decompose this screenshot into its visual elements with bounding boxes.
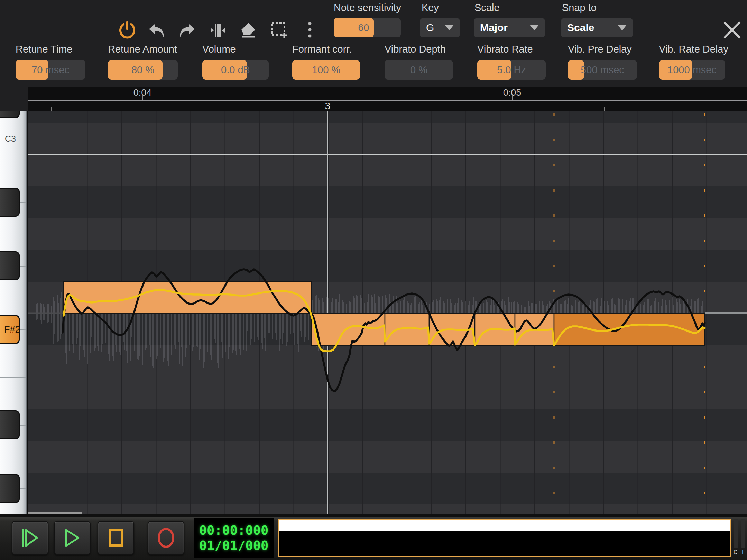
note-sensitivity-label: Note sensitivity bbox=[334, 2, 401, 13]
power-button[interactable] bbox=[118, 20, 137, 39]
record-icon bbox=[156, 527, 176, 549]
piano-key-Fs2[interactable]: F#2 bbox=[0, 315, 20, 344]
pitch-row-Cs2 bbox=[28, 473, 747, 504]
chevron-down-icon bbox=[445, 25, 454, 30]
pitch-row-F2 bbox=[28, 345, 747, 377]
song-overview[interactable] bbox=[278, 519, 731, 557]
record-button[interactable] bbox=[148, 521, 184, 555]
vibrato-rate-value: 5.0 Hz bbox=[477, 60, 546, 80]
white-key-separator bbox=[0, 155, 27, 155]
snap-dropdown[interactable]: Scale bbox=[561, 18, 633, 37]
bars-ruler[interactable]: 3 bbox=[28, 101, 747, 111]
snap-label: Snap to bbox=[562, 2, 597, 13]
retune-amount-value: 80 % bbox=[108, 60, 178, 80]
piano-key-As2[interactable] bbox=[0, 188, 20, 217]
pitch-row-A2 bbox=[28, 218, 747, 250]
scroll-corner-bar bbox=[734, 519, 738, 548]
snap-value: Scale bbox=[567, 22, 613, 34]
param-label: Retune Time bbox=[16, 44, 72, 55]
eraser-icon bbox=[239, 22, 257, 39]
split-note-button[interactable] bbox=[208, 21, 228, 40]
vibrato-depth-slider[interactable]: 0 % bbox=[385, 60, 453, 80]
corner-label: C I bbox=[734, 549, 745, 556]
piano-key-Cs2[interactable] bbox=[0, 474, 20, 503]
stop-icon bbox=[108, 528, 124, 548]
eraser-button[interactable] bbox=[239, 21, 258, 40]
piano-key-Cs3[interactable] bbox=[0, 111, 20, 118]
param-label: Vibrato Depth bbox=[385, 44, 446, 55]
param-formant-corr: Formant corr. 100 % bbox=[292, 44, 352, 55]
play-from-start-button[interactable] bbox=[12, 521, 48, 555]
key-note-label: C3 bbox=[5, 123, 16, 155]
retune-time-value: 70 msec bbox=[16, 60, 85, 80]
vib-rate-delay-slider[interactable]: 1000 msec bbox=[659, 60, 725, 80]
note-block[interactable] bbox=[312, 314, 385, 345]
horizontal-scrollbar-thumb[interactable] bbox=[28, 512, 82, 514]
close-icon bbox=[722, 20, 742, 40]
more-options-button[interactable] bbox=[300, 20, 320, 39]
pitch-row-Cs3 bbox=[28, 111, 747, 123]
param-vibrato-rate: Vibrato Rate 5.0 Hz bbox=[477, 44, 533, 55]
marquee-add-icon bbox=[270, 22, 288, 39]
pitch-row-D2 bbox=[28, 441, 747, 473]
piano-key-Gs2[interactable] bbox=[0, 251, 20, 280]
power-icon bbox=[119, 21, 136, 39]
vib-rate-delay-value: 1000 msec bbox=[659, 60, 725, 80]
param-vibrato-depth: Vibrato Depth 0 % bbox=[385, 44, 446, 55]
marquee-add-button[interactable] bbox=[270, 21, 289, 40]
param-vib-rate-delay: Vib. Rate Delay 1000 msec bbox=[659, 44, 728, 55]
split-note-icon bbox=[209, 22, 227, 39]
close-button[interactable] bbox=[722, 20, 742, 40]
seconds-ruler[interactable]: 0:040:05 bbox=[28, 87, 747, 100]
volume-value: 0.0 dB bbox=[202, 60, 269, 80]
scale-value: Major bbox=[480, 22, 525, 34]
retune-time-slider[interactable]: 70 msec bbox=[16, 60, 85, 80]
top-toolbar: Note sensitivity 60 Key G Scale Major Sn… bbox=[0, 0, 747, 87]
scroll-corner-bar bbox=[741, 519, 745, 548]
play-button[interactable] bbox=[54, 521, 91, 555]
key-dropdown[interactable]: G bbox=[420, 18, 460, 37]
param-label: Retune Amount bbox=[108, 44, 177, 55]
time-tick bbox=[142, 95, 143, 100]
param-label: Vib. Rate Delay bbox=[659, 44, 728, 55]
lcd-position: 01/01/000 bbox=[199, 538, 268, 553]
param-label: Formant corr. bbox=[292, 44, 352, 55]
param-retune-time: Retune Time 70 msec bbox=[16, 44, 72, 55]
note-sensitivity-slider[interactable]: 60 bbox=[334, 18, 401, 37]
formant-corr-slider[interactable]: 100 % bbox=[292, 60, 360, 80]
transport-bar: 00:00:000 01/01/000 C I bbox=[0, 517, 747, 560]
pitch-row-B2 bbox=[28, 155, 747, 186]
play-from-start-icon bbox=[20, 528, 40, 548]
undo-button[interactable] bbox=[147, 21, 167, 41]
redo-icon bbox=[177, 24, 196, 39]
retune-amount-slider[interactable]: 80 % bbox=[108, 60, 178, 80]
vibrato-rate-slider[interactable]: 5.0 Hz bbox=[477, 60, 546, 80]
key-label: Key bbox=[422, 2, 439, 13]
bar-tick bbox=[604, 107, 605, 111]
pitch-row-As2 bbox=[28, 186, 747, 218]
scale-dropdown[interactable]: Major bbox=[474, 18, 545, 37]
key-note-label: F#2 bbox=[0, 324, 20, 335]
chevron-down-icon bbox=[530, 25, 539, 30]
param-retune-amount: Retune Amount 80 % bbox=[108, 44, 177, 55]
vib-pre-delay-slider[interactable]: 500 msec bbox=[568, 60, 637, 80]
piano-key-Ds2[interactable] bbox=[0, 410, 20, 439]
white-key-separator bbox=[0, 377, 27, 378]
param-volume: Volume 0.0 dB bbox=[202, 44, 236, 55]
pitch-row-E2 bbox=[28, 377, 747, 409]
more-options-icon bbox=[307, 20, 312, 39]
param-label: Vibrato Rate bbox=[477, 44, 533, 55]
overview-view-window bbox=[279, 520, 730, 531]
pitch-row-Ds2 bbox=[28, 409, 747, 441]
param-vib-pre-delay: Vib. Pre Delay 500 msec bbox=[568, 44, 632, 55]
note-sensitivity-value: 60 bbox=[334, 18, 374, 37]
pitch-row-C3 bbox=[28, 123, 747, 155]
play-icon bbox=[64, 528, 81, 548]
redo-button[interactable] bbox=[177, 21, 196, 41]
volume-slider[interactable]: 0.0 dB bbox=[202, 60, 269, 80]
time-tick bbox=[512, 95, 513, 100]
piano-keyboard[interactable]: C3F#2 bbox=[0, 111, 27, 514]
lcd-display: 00:00:000 01/01/000 bbox=[194, 518, 274, 558]
stop-button[interactable] bbox=[98, 521, 134, 555]
chevron-down-icon bbox=[618, 25, 627, 30]
